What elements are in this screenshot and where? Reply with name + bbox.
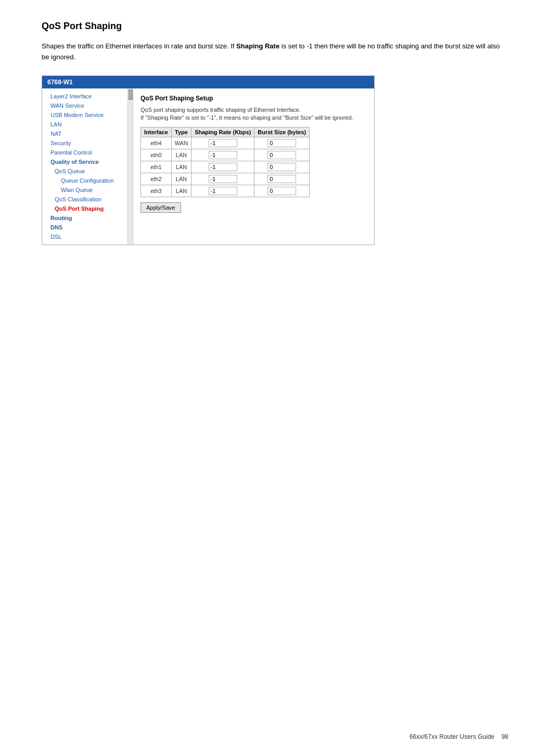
- table-row: eth3LAN: [141, 185, 310, 197]
- cell-shaping-rate: [191, 137, 254, 149]
- cell-burst-size: [254, 173, 310, 185]
- cell-type: LAN: [171, 173, 191, 185]
- cell-burst-size: [254, 137, 310, 149]
- input-burst-size-eth0[interactable]: [267, 151, 296, 159]
- cell-burst-size: [254, 149, 310, 161]
- page-footer: 66xx/67xx Router Users Guide 98: [410, 733, 508, 740]
- sidebar-item-nat[interactable]: NAT: [42, 129, 133, 138]
- sidebar-item-wan[interactable]: WAN Service: [42, 101, 133, 110]
- col-interface: Interface: [141, 127, 172, 137]
- input-shaping-rate-eth1[interactable]: [209, 163, 237, 171]
- page-title: QoS Port Shaping: [42, 21, 508, 32]
- cell-interface: eth4: [141, 137, 172, 149]
- content-desc-line2: If "Shaping Rate" is set to "-1", it mea…: [140, 114, 367, 122]
- sidebar-item-qos-class[interactable]: QoS Classification: [42, 195, 133, 204]
- col-type: Type: [171, 127, 191, 137]
- router-header: 6768-W1: [42, 76, 374, 88]
- router-body: Layer2 Interface WAN Service USB Modem S…: [42, 88, 374, 245]
- scrollbar-thumb[interactable]: [129, 89, 133, 100]
- sidebar-item-queue-config[interactable]: Queue Configuration: [42, 176, 133, 185]
- content-desc: QoS port shaping supports traffic shapin…: [140, 106, 367, 122]
- port-shaping-table: Interface Type Shaping Rate (Kbps) Burst…: [140, 127, 310, 197]
- table-row: eth2LAN: [141, 173, 310, 185]
- table-header-row: Interface Type Shaping Rate (Kbps) Burst…: [141, 127, 310, 137]
- router-box: 6768-W1 Layer2 Interface WAN Service USB…: [42, 75, 375, 245]
- cell-interface: eth2: [141, 173, 172, 185]
- cell-interface: eth3: [141, 185, 172, 197]
- page-description: Shapes the traffic on Ethernet interface…: [42, 41, 508, 63]
- content-title: QoS Port Shaping Setup: [140, 95, 367, 102]
- sidebar-item-dsl[interactable]: DSL: [42, 232, 133, 241]
- sidebar-item-parental[interactable]: Parental Control: [42, 148, 133, 157]
- sidebar-item-qos-queue[interactable]: QoS Queue: [42, 166, 133, 176]
- scrollbar[interactable]: [127, 88, 133, 245]
- cell-shaping-rate: [191, 185, 254, 197]
- cell-type: LAN: [171, 185, 191, 197]
- cell-interface: eth0: [141, 149, 172, 161]
- table-row: eth4WAN: [141, 137, 310, 149]
- desc-bold: Shaping Rate: [236, 42, 279, 50]
- sidebar-item-qos-port-shaping[interactable]: QoS Port Shaping: [42, 204, 133, 213]
- input-burst-size-eth2[interactable]: [267, 175, 296, 183]
- sidebar-item-lan[interactable]: LAN: [42, 120, 133, 129]
- main-panel: QoS Port Shaping Setup QoS port shaping …: [133, 88, 374, 245]
- col-burst-size: Burst Size (bytes): [254, 127, 310, 137]
- nav-panel: Layer2 Interface WAN Service USB Modem S…: [42, 88, 133, 245]
- cell-shaping-rate: [191, 161, 254, 173]
- apply-save-button[interactable]: Apply/Save: [140, 202, 181, 213]
- desc-text-1: Shapes the traffic on Ethernet interface…: [42, 42, 236, 50]
- sidebar-item-wlan-queue[interactable]: Wlan Queue: [42, 185, 133, 195]
- cell-type: LAN: [171, 149, 191, 161]
- table-row: eth1LAN: [141, 161, 310, 173]
- cell-burst-size: [254, 161, 310, 173]
- sidebar-item-usb[interactable]: USB Modem Service: [42, 110, 133, 120]
- cell-shaping-rate: [191, 173, 254, 185]
- input-burst-size-eth1[interactable]: [267, 163, 296, 171]
- input-shaping-rate-eth2[interactable]: [209, 175, 237, 183]
- cell-interface: eth1: [141, 161, 172, 173]
- input-shaping-rate-eth0[interactable]: [209, 151, 237, 159]
- sidebar-item-security[interactable]: Security: [42, 138, 133, 148]
- sidebar-item-layer2[interactable]: Layer2 Interface: [42, 92, 133, 101]
- footer-page: 98: [502, 733, 508, 740]
- sidebar-item-qos[interactable]: Quality of Service: [42, 157, 133, 166]
- footer-text: 66xx/67xx Router Users Guide: [410, 733, 494, 740]
- sidebar-item-dns[interactable]: DNS: [42, 223, 133, 232]
- table-row: eth0LAN: [141, 149, 310, 161]
- input-shaping-rate-eth3[interactable]: [209, 187, 237, 195]
- page-content: QoS Port Shaping Shapes the traffic on E…: [0, 0, 550, 276]
- input-shaping-rate-eth4[interactable]: [209, 139, 237, 147]
- input-burst-size-eth3[interactable]: [267, 187, 296, 195]
- sidebar-item-routing[interactable]: Routing: [42, 213, 133, 223]
- content-desc-line1: QoS port shaping supports traffic shapin…: [140, 106, 367, 114]
- cell-burst-size: [254, 185, 310, 197]
- cell-type: LAN: [171, 161, 191, 173]
- input-burst-size-eth4[interactable]: [267, 139, 296, 147]
- cell-shaping-rate: [191, 149, 254, 161]
- cell-type: WAN: [171, 137, 191, 149]
- col-shaping-rate: Shaping Rate (Kbps): [191, 127, 254, 137]
